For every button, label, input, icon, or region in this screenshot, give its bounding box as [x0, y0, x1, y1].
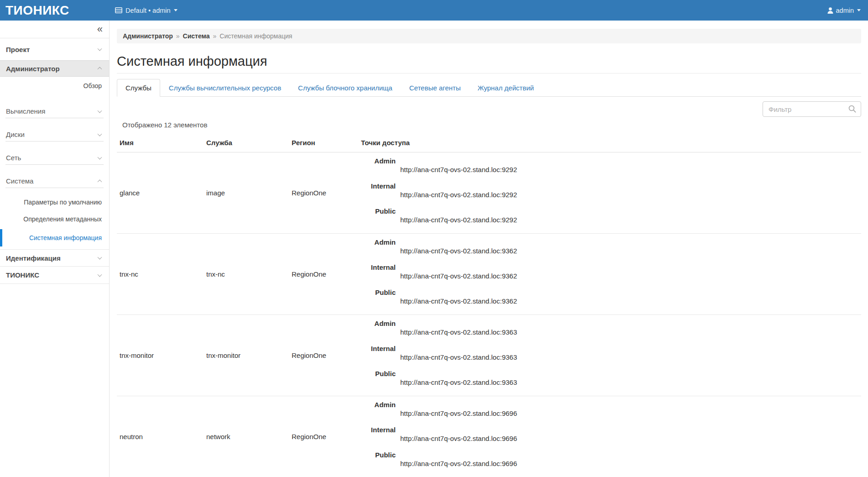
endpoint-url: http://ana-cnt7q-ovs-02.stand.loc:9292 [400, 165, 861, 174]
collapse-sidebar-icon[interactable]: « [97, 23, 103, 35]
page-header: Системная информация [117, 54, 861, 73]
endpoint-url: http://ana-cnt7q-ovs-02.stand.loc:9362 [400, 246, 861, 255]
sidebar-bottom-sections: Идентификация ТИОНИКС [0, 249, 109, 284]
divider [5, 188, 104, 188]
endpoint-url: http://ana-cnt7q-ovs-02.stand.loc:9696 [400, 434, 861, 443]
sidebar-section-project[interactable]: Проект [0, 38, 109, 61]
user-menu[interactable]: admin [827, 7, 868, 14]
tab-action-log[interactable]: Журнал действий [469, 79, 542, 96]
projects-list-icon [115, 7, 122, 13]
table-body: glanceimageRegionOneAdminhttp://ana-cnt7… [117, 152, 861, 477]
sidebar-section-identity[interactable]: Идентификация [0, 249, 109, 267]
endpoint-group: Publichttp://ana-cnt7q-ovs-02.stand.loc:… [358, 207, 861, 224]
chevron-down-icon [98, 132, 102, 136]
cell-name: tnx-monitor [117, 315, 204, 396]
endpoint-interface-label: Public [358, 288, 396, 297]
cell-name: neutron [117, 396, 204, 477]
tab-services[interactable]: Службы [117, 79, 160, 97]
divider [5, 118, 104, 118]
endpoint-url: http://ana-cnt7q-ovs-02.stand.loc:9363 [400, 353, 861, 362]
endpoint-interface-label: Public [358, 451, 396, 459]
tab-bar: Службы Службы вычислительных ресурсов Сл… [117, 79, 861, 97]
cell-region: RegionOne [289, 396, 358, 477]
caret-down-icon [857, 9, 861, 11]
caret-down-icon [174, 9, 178, 11]
chevron-down-icon [98, 272, 102, 277]
cell-endpoints: Adminhttp://ana-cnt7q-ovs-02.stand.loc:9… [358, 152, 861, 234]
endpoint-group: Internalhttp://ana-cnt7q-ovs-02.stand.lo… [358, 344, 861, 362]
filter-box [763, 101, 861, 117]
tab-network-agents[interactable]: Сетевые агенты [401, 79, 469, 96]
endpoint-interface-label: Internal [358, 263, 396, 272]
endpoint-group: Internalhttp://ana-cnt7q-ovs-02.stand.lo… [358, 425, 861, 443]
sidebar-group-network[interactable]: Сеть [0, 152, 109, 164]
sidebar-section-tionix[interactable]: ТИОНИКС [0, 267, 109, 284]
breadcrumb-admin[interactable]: Администратор [123, 32, 173, 40]
endpoint-group: Publichttp://ana-cnt7q-ovs-02.stand.loc:… [358, 451, 861, 468]
endpoint-url: http://ana-cnt7q-ovs-02.stand.loc:9696 [400, 459, 861, 468]
sidebar-item-defaults[interactable]: Параметры по умолчанию [0, 194, 109, 211]
main-content: Администратор»Система»Системная информац… [110, 21, 868, 477]
group-label: Диски [6, 131, 25, 138]
endpoint-interface-label: Admin [358, 400, 396, 409]
endpoint-url: http://ana-cnt7q-ovs-02.stand.loc:9292 [400, 215, 861, 224]
cell-region: RegionOne [289, 234, 358, 315]
breadcrumb-separator: » [213, 32, 217, 40]
filter-input[interactable] [763, 101, 861, 117]
cell-name: tnx-nc [117, 234, 204, 315]
sidebar-item-overview[interactable]: Обзор [0, 77, 109, 95]
group-label: Сеть [6, 154, 21, 162]
chevron-up-icon [98, 179, 102, 184]
tab-compute-services[interactable]: Службы вычислительных ресурсов [161, 79, 289, 96]
table-row: glanceimageRegionOneAdminhttp://ana-cnt7… [117, 152, 861, 234]
section-label: Администратор [6, 65, 60, 73]
chevron-down-icon [98, 255, 102, 260]
endpoint-group: Adminhttp://ana-cnt7q-ovs-02.stand.loc:9… [358, 319, 861, 336]
cell-endpoints: Adminhttp://ana-cnt7q-ovs-02.stand.loc:9… [358, 315, 861, 396]
tab-block-storage-services[interactable]: Службы блочного хранилища [290, 79, 401, 96]
endpoint-group: Internalhttp://ana-cnt7q-ovs-02.stand.lo… [358, 182, 861, 199]
group-label: Система [6, 177, 33, 185]
project-context-switcher[interactable]: Default • admin [115, 7, 178, 14]
sidebar-collapse-row: « [0, 21, 109, 38]
section-label: Идентификация [6, 254, 61, 262]
endpoint-group: Internalhttp://ana-cnt7q-ovs-02.stand.lo… [358, 263, 861, 280]
table-header-row: Имя Служба Регион Точки доступа [117, 133, 861, 152]
endpoint-url: http://ana-cnt7q-ovs-02.stand.loc:9292 [400, 190, 861, 199]
brand-logo[interactable]: ТИОНИКС [0, 3, 110, 18]
column-header-service: Служба [204, 133, 289, 152]
divider [5, 164, 104, 165]
sidebar-section-admin[interactable]: Администратор [0, 60, 109, 77]
endpoint-interface-label: Admin [358, 157, 396, 165]
chevron-down-icon [98, 109, 102, 113]
chevron-down-icon [98, 155, 102, 160]
endpoint-interface-label: Admin [358, 319, 396, 328]
sidebar-item-metadata-definitions[interactable]: Определения метаданных [0, 211, 109, 228]
sidebar: « Проект Администратор Обзор Вычисления … [0, 21, 110, 477]
table-row: neutronnetworkRegionOneAdminhttp://ana-c… [117, 396, 861, 477]
endpoint-group: Adminhttp://ana-cnt7q-ovs-02.stand.loc:9… [358, 157, 861, 174]
sidebar-group-volumes[interactable]: Диски [0, 128, 109, 141]
sidebar-item-system-information[interactable]: Системная информация [0, 229, 109, 246]
table-row: tnx-monitortnx-monitorRegionOneAdminhttp… [117, 315, 861, 396]
endpoint-interface-label: Internal [358, 182, 396, 190]
endpoint-url: http://ana-cnt7q-ovs-02.stand.loc:9362 [400, 297, 861, 305]
sidebar-group-system[interactable]: Система [0, 175, 109, 188]
section-label: ТИОНИКС [6, 271, 39, 279]
cell-region: RegionOne [289, 152, 358, 234]
user-label: admin [836, 7, 854, 14]
sidebar-group-compute[interactable]: Вычисления [0, 105, 109, 118]
breadcrumb-separator: » [176, 32, 180, 40]
column-header-region: Регион [289, 133, 358, 152]
top-bar: ТИОНИКС Default • admin admin [0, 0, 868, 21]
endpoint-interface-label: Admin [358, 238, 396, 246]
search-icon[interactable] [848, 105, 856, 113]
endpoint-interface-label: Internal [358, 425, 396, 434]
endpoint-url: http://ana-cnt7q-ovs-02.stand.loc:9363 [400, 378, 861, 387]
breadcrumb-system[interactable]: Система [183, 32, 210, 40]
endpoint-group: Publichttp://ana-cnt7q-ovs-02.stand.loc:… [358, 369, 861, 387]
cell-name: glance [117, 152, 204, 234]
endpoint-interface-label: Public [358, 207, 396, 215]
endpoint-group: Publichttp://ana-cnt7q-ovs-02.stand.loc:… [358, 288, 861, 305]
group-label: Вычисления [6, 107, 45, 115]
